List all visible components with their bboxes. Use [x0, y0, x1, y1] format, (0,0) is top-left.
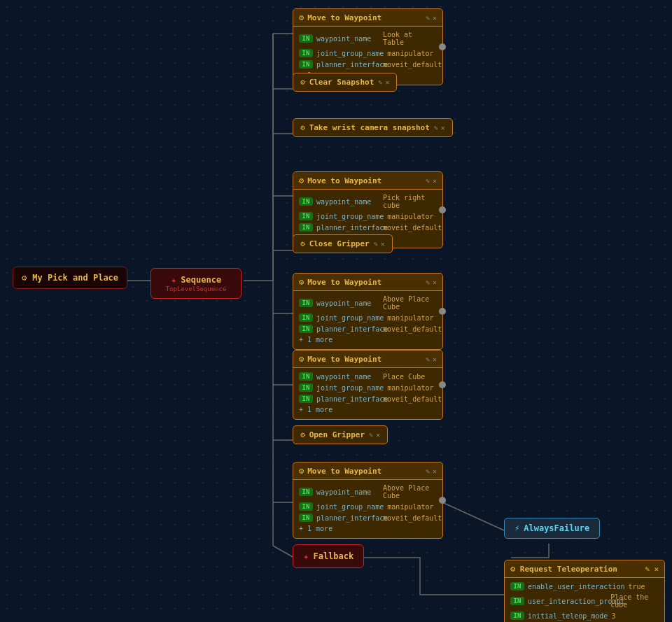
wrist-snapshot-label: Take wrist camera snapshot [309, 123, 430, 132]
root-icon: ⚙ [22, 273, 27, 283]
sequence-node[interactable]: ✦ Sequence TopLevelSequence [150, 268, 241, 299]
sequence-subtitle: TopLevelSequence [166, 285, 227, 292]
move2-icon: ⚙ [299, 176, 304, 185]
move3-title: Move to Waypoint [307, 278, 382, 287]
wrist-snapshot-node: ⚙ Take wrist camera snapshot ✎ ✕ [293, 118, 453, 137]
move5-output-connector [439, 497, 446, 504]
param-name: waypoint_name [316, 35, 379, 43]
param-name: joint_group_name [316, 213, 384, 220]
param-value: moveit_default [383, 325, 442, 333]
param-name: planner_interface [316, 325, 379, 333]
param-badge: IN [299, 395, 313, 403]
param-value: moveit_default [383, 395, 442, 403]
move2-edit-icon[interactable]: ✎ [426, 177, 430, 185]
move1-edit-icon[interactable]: ✎ [426, 14, 430, 22]
clear-snapshot-node: ⚙ Clear Snapshot ✎ ✕ [293, 73, 397, 92]
move3-output-connector [439, 308, 446, 315]
move1-close-icon[interactable]: ✕ [433, 14, 437, 22]
param-name: planner_interface [316, 61, 379, 69]
param-name: enable_user_interaction [528, 583, 624, 591]
move4-more[interactable]: + 1 more [299, 404, 437, 415]
move5-close-icon[interactable]: ✕ [433, 467, 437, 475]
param-badge: IN [299, 313, 313, 322]
param-badge: IN [299, 372, 313, 381]
move3-edit-icon[interactable]: ✎ [426, 278, 430, 286]
param-value: Look at Table [383, 31, 437, 46]
param-name: waypoint_name [316, 373, 379, 381]
wrist-snapshot-edit-icon[interactable]: ✎ [434, 124, 438, 132]
open-gripper-close-icon[interactable]: ✕ [376, 431, 380, 439]
move1-output-connector [439, 43, 446, 50]
root-node: ⚙ My Pick and Place [13, 267, 127, 289]
param-badge: IN [299, 299, 313, 307]
move4-output-connector [439, 381, 446, 388]
move4-title: Move to Waypoint [307, 355, 382, 364]
teleop-edit-icon[interactable]: ✎ [645, 565, 650, 574]
teleoperation-node: ⚙ Request Teleoperation ✎ ✕ IN enable_us… [504, 560, 665, 622]
clear-snapshot-edit-icon[interactable]: ✎ [378, 78, 382, 86]
move3-more[interactable]: + 1 more [299, 334, 437, 345]
param-value: true [628, 583, 645, 591]
param-badge: IN [299, 212, 313, 220]
teleop-close-icon[interactable]: ✕ [654, 565, 659, 574]
move-waypoint-3-node: ⚙ Move to Waypoint ✎ ✕ IN waypoint_name … [293, 273, 443, 350]
param-value: Above Place Cube [383, 295, 437, 311]
param-badge: IN [510, 612, 524, 620]
wrist-snapshot-icon: ⚙ [300, 123, 305, 132]
wrist-snapshot-close-icon[interactable]: ✕ [441, 124, 445, 132]
param-name: initial_teleop_mode [528, 612, 608, 620]
teleop-title: Request Teleoperation [520, 565, 617, 574]
always-failure-label: AlwaysFailure [524, 523, 589, 533]
param-name: waypoint_name [316, 488, 379, 496]
move4-close-icon[interactable]: ✕ [433, 355, 437, 363]
param-value: Pick right cube [383, 194, 437, 209]
move-waypoint-4-node: ⚙ Move to Waypoint ✎ ✕ IN waypoint_name … [293, 350, 443, 420]
param-name: user_interaction_prompt [528, 598, 607, 605]
clear-snapshot-label: Clear Snapshot [309, 78, 374, 87]
move2-output-connector [439, 206, 446, 213]
move2-title: Move to Waypoint [307, 176, 382, 185]
open-gripper-edit-icon[interactable]: ✎ [369, 431, 373, 439]
open-gripper-label: Open Gripper [309, 430, 365, 439]
close-gripper-edit-icon[interactable]: ✎ [374, 240, 378, 248]
param-badge: IN [299, 502, 313, 511]
param-badge: IN [510, 582, 524, 591]
root-label: My Pick and Place [32, 273, 118, 283]
move2-close-icon[interactable]: ✕ [433, 177, 437, 185]
move5-edit-icon[interactable]: ✎ [426, 467, 430, 475]
param-value: Place the cube [610, 593, 659, 609]
always-failure-icon: ⚡ [514, 523, 519, 533]
move5-icon: ⚙ [299, 466, 304, 476]
param-name: joint_group_name [316, 384, 384, 392]
clear-snapshot-close-icon[interactable]: ✕ [385, 78, 389, 86]
param-name: joint_group_name [316, 503, 384, 511]
always-failure-node: ⚡ AlwaysFailure [504, 518, 600, 539]
param-value: manipulator [387, 213, 433, 220]
clear-snapshot-icon: ⚙ [300, 78, 305, 87]
param-value: moveit_default [383, 224, 442, 232]
param-name: waypoint_name [316, 198, 379, 206]
teleop-icon: ⚙ [510, 564, 515, 574]
move4-icon: ⚙ [299, 354, 304, 364]
param-value: manipulator [387, 314, 433, 322]
param-badge: IN [299, 488, 313, 496]
param-badge: IN [299, 383, 313, 392]
param-name: planner_interface [316, 395, 379, 403]
fallback-label: Fallback [313, 551, 354, 561]
param-badge: IN [299, 223, 313, 232]
move5-more[interactable]: + 1 more [299, 523, 437, 534]
move3-icon: ⚙ [299, 277, 304, 287]
fallback-icon: ✦ [303, 551, 309, 562]
move1-title: Move to Waypoint [307, 13, 382, 22]
move3-close-icon[interactable]: ✕ [433, 278, 437, 286]
move4-edit-icon[interactable]: ✎ [426, 355, 430, 363]
param-badge: IN [299, 49, 313, 57]
close-gripper-label: Close Gripper [309, 239, 370, 248]
param-name: waypoint_name [316, 299, 379, 307]
param-badge: IN [299, 325, 313, 333]
param-value: moveit_default [383, 514, 442, 522]
close-gripper-close-icon[interactable]: ✕ [381, 240, 385, 248]
param-name: planner_interface [316, 514, 379, 522]
close-gripper-node: ⚙ Close Gripper ✎ ✕ [293, 234, 393, 253]
fallback-node[interactable]: ✦ Fallback [293, 544, 364, 568]
